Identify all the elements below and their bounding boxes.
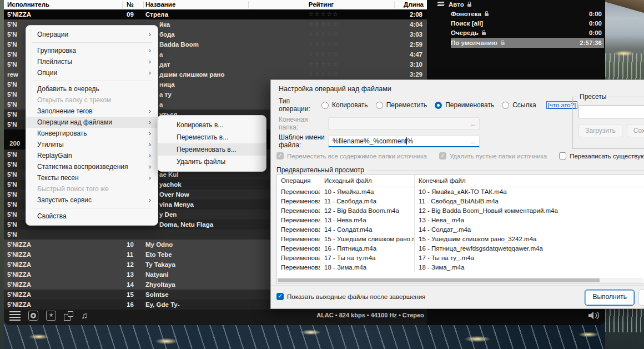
column-divider[interactable]	[143, 1, 144, 8]
preview-row[interactable]: Переименовать14 - Солдат.m4a14 - Солдат_…	[277, 225, 644, 235]
artist-cell: 5'N	[7, 180, 17, 190]
menu-item[interactable]: Операции над файлами›	[26, 117, 158, 128]
menu-item[interactable]: Операции›	[26, 29, 158, 40]
checkbox-label: Переместить все содержимое папки источни…	[287, 153, 427, 159]
option-checkbox[interactable]: Переместить все содержимое папки источни…	[276, 152, 427, 159]
show-output-files-checkbox[interactable]: Показать выходные файлы после завершения	[276, 293, 425, 300]
menu-item[interactable]: Утилиты›	[26, 139, 158, 150]
track-title-fragment: Badda Boom	[159, 39, 199, 49]
menu-item[interactable]: Свойства	[26, 211, 158, 222]
preview-row[interactable]: Переименовать16 - Пятница.m4a16 - Пятниц…	[277, 244, 644, 253]
track-number: 11	[127, 250, 133, 260]
asterisk-icon[interactable]: *	[46, 311, 56, 321]
radio-option[interactable]: Копировать	[321, 101, 368, 109]
playlist-tab-label: По умолчанию	[451, 39, 497, 46]
playlist-tab-item[interactable]: Поиск [all]0:00	[451, 19, 604, 28]
rating-stars[interactable]: ☆☆☆☆☆	[304, 19, 344, 29]
preview-column-header[interactable]: Конечный файл	[415, 175, 644, 187]
preset-name-input[interactable]	[578, 105, 644, 118]
menu-item[interactable]: Тексты песен›	[26, 172, 158, 183]
submenu-item[interactable]: Копировать в...	[158, 119, 266, 131]
music-note-icon[interactable]: ♫	[81, 311, 88, 321]
target-file-cell: 11 - Свобода_ВЫАЫВ.m4a	[415, 197, 644, 206]
preview-row[interactable]: Переименовать15 - Ушедшим слишком рано.m…	[277, 235, 644, 244]
radio-option[interactable]: Переместить	[376, 101, 427, 109]
menu-item[interactable]: Добавить в очередь	[26, 83, 158, 94]
menu-item[interactable]: Быстрый поиск того же	[26, 183, 158, 195]
column-header-artist[interactable]: Исполнитель	[7, 0, 49, 9]
menu-item[interactable]: Заполнение тегов›	[26, 106, 158, 117]
radio-option[interactable]: Ссылка	[502, 101, 536, 109]
playlist-row[interactable]: 5'NIZZA09Стрела☆☆☆☆☆2:08	[4, 9, 427, 19]
load-preset-button[interactable]: Загрузить	[578, 124, 622, 137]
volume-icon[interactable]	[587, 311, 601, 322]
menu-item[interactable]: Статистика воспроизведения›	[26, 161, 158, 172]
disc-glyph	[31, 313, 36, 318]
preview-row[interactable]: Переименовать17 - Ты на ту.m4a17 - Ты на…	[277, 253, 644, 263]
playlist-tab-item[interactable]: Фонотека0:00	[451, 9, 604, 19]
track-number: 16	[127, 300, 134, 310]
menu-item[interactable]: Открыть папку с треком	[26, 94, 158, 106]
disc-icon[interactable]	[28, 311, 38, 321]
run-button[interactable]: Выполнить	[585, 290, 635, 306]
preview-row[interactable]: Переименовать10 - Ямайка.m4a10 - Ямайка_…	[277, 187, 644, 197]
save-preset-button[interactable]: Сохранить	[627, 124, 644, 137]
preview-row[interactable]: Переименовать12 - Big Badda Boom.m4a12 -…	[277, 206, 644, 216]
artist-cell: 5'N	[7, 99, 17, 109]
submenu-item[interactable]: Переместить в...	[158, 131, 266, 143]
column-divider[interactable]	[122, 1, 123, 8]
preview-row[interactable]: Переименовать18 - Зима.m4a18 - Зима_.m4a	[277, 263, 644, 272]
artist-cell: 5'N	[7, 89, 17, 99]
radio-option[interactable]: Переименовать	[435, 101, 494, 109]
preview-column-header[interactable]: Исходный файл	[320, 175, 415, 187]
column-divider[interactable]	[394, 1, 395, 8]
windows-icon[interactable]	[64, 311, 73, 321]
column-header-title[interactable]: Название	[145, 0, 175, 9]
column-header-length[interactable]: Длина	[404, 0, 424, 9]
playlist-column-headers[interactable]: Исполнитель № Название Рейтинг Длина	[4, 0, 427, 9]
rating-stars[interactable]: ☆☆☆☆☆	[304, 39, 344, 49]
menu-item[interactable]: Плейлисты›	[26, 56, 158, 67]
track-title-fragment: а ту	[159, 89, 172, 99]
artist-cell: 5'NIZZA	[7, 290, 31, 300]
playlist-tab-item[interactable]: Очередь0:00	[451, 28, 604, 38]
menu-item[interactable]: Запустить сервис›	[26, 195, 158, 206]
preview-row[interactable]: Переименовать11 - Свобода.m4a11 - Свобод…	[277, 197, 644, 206]
column-header-rating[interactable]: Рейтинг	[248, 0, 394, 9]
playlist-tab-selected[interactable]: По умолчанию2:57:36	[451, 38, 604, 48]
preview-column-header[interactable]: Операция	[277, 175, 320, 187]
destination-folder-input[interactable]: ...	[328, 117, 480, 129]
presets-groupbox: Пресеты Загрузить Сохранить	[572, 97, 644, 149]
rating-stars[interactable]: ☆☆☆☆☆	[304, 29, 344, 39]
track-title-fragment: Over Now	[159, 190, 189, 200]
source-file-cell: 16 - Пятница.m4a	[320, 244, 415, 253]
horizontal-scrollbar[interactable]	[278, 278, 643, 283]
rating-stars[interactable]: ☆☆☆☆☆	[304, 69, 344, 79]
menu-item[interactable]: Группировка›	[26, 45, 158, 56]
submenu-item[interactable]: Удалить файлы	[158, 156, 266, 168]
desktop-wallpaper-left	[0, 0, 4, 349]
rating-stars[interactable]: ☆☆☆☆☆	[304, 59, 344, 69]
rating-stars[interactable]: ☆☆☆☆☆	[304, 49, 344, 59]
browse-folder-button[interactable]: ...	[470, 118, 476, 129]
column-header-number[interactable]: №	[127, 0, 134, 9]
cancel-button-clipped[interactable]	[638, 290, 644, 306]
playlist-group-auto[interactable]: Авто	[437, 0, 471, 9]
submenu-item[interactable]: Переименовать в...	[158, 143, 266, 156]
rating-stars[interactable]: ☆☆☆☆☆	[304, 9, 344, 19]
track-title-fragment: а	[159, 99, 163, 109]
destination-folder-row: Конечная папка: ...	[279, 117, 480, 130]
filename-template-row: Шаблон имени файла: %filename%_%comment%…	[279, 134, 480, 148]
preview-row[interactable]: Переименовать13 - Нева.m4a13 - Нева_.m4a	[277, 216, 644, 225]
playlist-view-icon[interactable]	[9, 311, 21, 321]
menu-item[interactable]: ReplayGain›	[26, 150, 158, 161]
scrollbar-thumb[interactable]	[278, 278, 600, 282]
menu-item[interactable]: Опции›	[26, 67, 158, 78]
template-macros-button[interactable]: ...	[470, 136, 476, 147]
filename-template-input[interactable]: %filename%_%comment% ...	[328, 135, 480, 147]
option-checkbox[interactable]: Удалить пустые папки источника	[439, 152, 547, 159]
menu-item[interactable]: Конвертировать›	[26, 128, 158, 139]
operation-cell: Переименовать	[277, 235, 320, 244]
column-divider[interactable]	[248, 1, 249, 8]
option-checkbox[interactable]: Перезаписать существующие файлы	[559, 152, 644, 159]
